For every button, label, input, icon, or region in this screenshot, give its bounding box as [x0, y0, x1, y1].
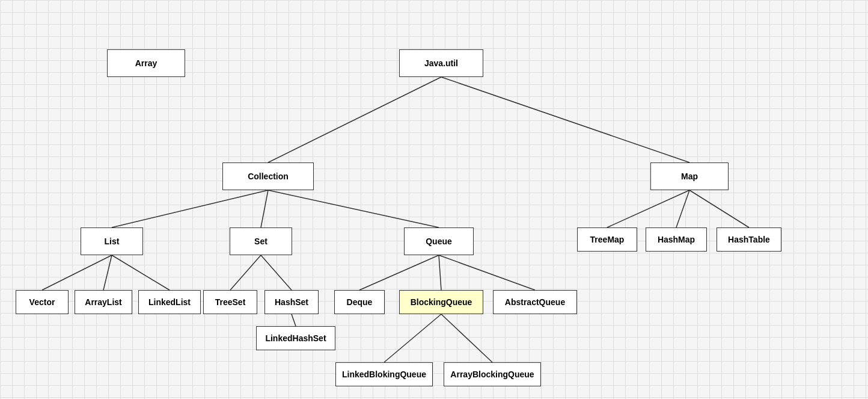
line-collection-list	[112, 190, 268, 227]
line-blockingqueue-linkedblokingqueue	[384, 314, 441, 362]
line-hashset-linkedhashset	[292, 314, 296, 326]
line-blockingqueue-arrayblockingqueue	[441, 314, 492, 362]
line-list-vector	[42, 255, 112, 290]
node-arraylist[interactable]: ArrayList	[75, 290, 132, 314]
node-map[interactable]: Map	[650, 162, 729, 190]
node-array[interactable]: Array	[107, 49, 185, 77]
line-list-linkedlist	[112, 255, 170, 290]
line-map-treemap	[607, 190, 689, 227]
line-collection-set	[261, 190, 268, 227]
node-java_util[interactable]: Java.util	[399, 49, 483, 77]
line-queue-blockingqueue	[439, 255, 441, 290]
node-collection[interactable]: Collection	[222, 162, 314, 190]
node-queue[interactable]: Queue	[404, 227, 474, 255]
node-blockingqueue[interactable]: BlockingQueue	[399, 290, 483, 314]
node-arrayblockingqueue[interactable]: ArrayBlockingQueue	[444, 362, 541, 386]
node-linkedblokingqueue[interactable]: LinkedBlokingQueue	[335, 362, 433, 386]
node-treeset[interactable]: TreeSet	[203, 290, 257, 314]
node-abstractqueue[interactable]: AbstractQueue	[493, 290, 577, 314]
line-set-treeset	[230, 255, 261, 290]
line-map-hashtable	[689, 190, 749, 227]
line-list-arraylist	[103, 255, 112, 290]
line-queue-deque	[359, 255, 439, 290]
node-deque[interactable]: Deque	[334, 290, 385, 314]
line-java_util-map	[441, 77, 689, 162]
diagram-canvas: ArrayJava.utilCollectionMapListSetQueueT…	[0, 0, 868, 399]
node-vector[interactable]: Vector	[16, 290, 69, 314]
node-hashtable[interactable]: HashTable	[717, 227, 781, 252]
node-linkedlist[interactable]: LinkedList	[138, 290, 201, 314]
node-treemap[interactable]: TreeMap	[577, 227, 637, 252]
node-hashmap[interactable]: HashMap	[646, 227, 707, 252]
node-linkedhashset[interactable]: LinkedHashSet	[256, 326, 335, 350]
line-collection-queue	[268, 190, 439, 227]
line-set-hashset	[261, 255, 292, 290]
line-queue-abstractqueue	[439, 255, 535, 290]
node-list[interactable]: List	[81, 227, 143, 255]
line-java_util-collection	[268, 77, 441, 162]
line-map-hashmap	[676, 190, 689, 227]
node-hashset[interactable]: HashSet	[264, 290, 319, 314]
node-set[interactable]: Set	[230, 227, 292, 255]
